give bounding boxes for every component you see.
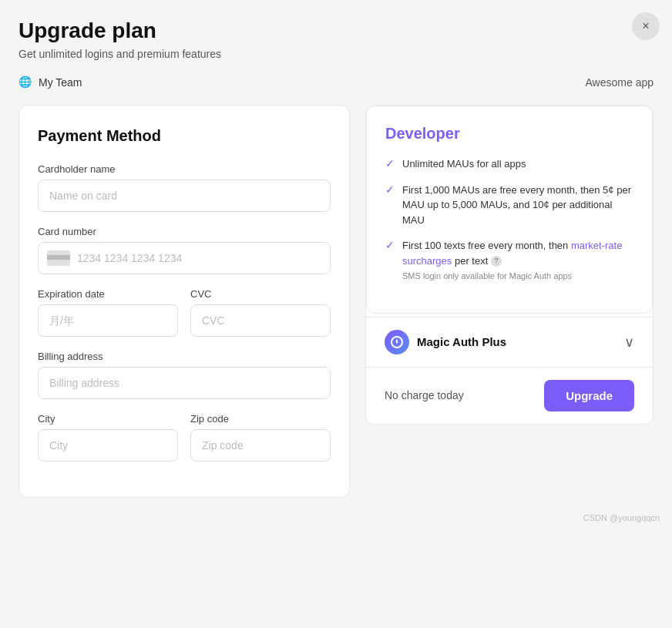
page-title: Upgrade plan (18, 18, 654, 43)
watermark: CSDN @youngqqcn (583, 513, 660, 522)
cvc-input[interactable] (190, 304, 331, 337)
feature-text-3: First 100 texts free every month, then m… (402, 238, 633, 284)
page-container: × Upgrade plan Get unlimited logins and … (0, 0, 672, 529)
payment-panel-title: Payment Method (38, 127, 331, 145)
expiration-label: Expiration date (38, 288, 178, 300)
globe-icon: 🌐 (18, 76, 32, 89)
feature-list: ✓ Unlimited MAUs for all apps ✓ First 1,… (385, 156, 633, 284)
expiration-input[interactable] (38, 304, 178, 337)
no-charge-text: No charge today (385, 389, 464, 401)
close-icon: × (642, 19, 649, 33)
city-input[interactable] (38, 429, 178, 462)
developer-title: Developer (385, 125, 633, 143)
upgrade-button[interactable]: Upgrade (544, 380, 634, 411)
card-number-wrapper (38, 242, 331, 274)
card-brand-icon (47, 250, 70, 266)
team-row: 🌐 My Team Awesome app (18, 76, 654, 89)
developer-panel: Developer ✓ Unlimited MAUs for all apps … (366, 106, 653, 314)
market-rate-link[interactable]: market-rate surcharges (402, 240, 622, 267)
card-number-label: Card number (38, 226, 331, 237)
check-icon-2: ✓ (385, 183, 395, 196)
bottom-action: No charge today Upgrade (366, 367, 653, 424)
feature-item-3: ✓ First 100 texts free every month, then… (385, 238, 633, 284)
card-number-input[interactable] (38, 242, 331, 274)
check-icon-1: ✓ (385, 157, 395, 170)
magic-auth-left: Magic Auth Plus (385, 330, 506, 354)
right-panel: Developer ✓ Unlimited MAUs for all apps … (365, 105, 654, 498)
feature-text-2: First 1,000 MAUs are free every month, t… (402, 183, 633, 228)
feature-item-2: ✓ First 1,000 MAUs are free every month,… (385, 183, 633, 228)
svg-rect-1 (47, 255, 70, 260)
page-subtitle: Get unlimited logins and premium feature… (18, 48, 654, 60)
cvc-label: CVC (190, 288, 331, 300)
billing-input[interactable] (38, 367, 331, 399)
payment-panel: Payment Method Cardholder name Card numb… (18, 105, 350, 498)
billing-group: Billing address (38, 351, 331, 399)
card-number-group: Card number (38, 226, 331, 274)
feature-text-1: Unlimited MAUs for all apps (402, 156, 526, 172)
check-icon-3: ✓ (385, 239, 395, 251)
cardholder-group: Cardholder name (38, 163, 331, 212)
city-group: City (38, 413, 178, 462)
magic-auth-row[interactable]: Magic Auth Plus ∨ (366, 317, 653, 367)
info-icon[interactable]: ? (491, 256, 502, 267)
close-button[interactable]: × (632, 12, 660, 40)
main-content: Payment Method Cardholder name Card numb… (18, 105, 654, 498)
app-name: Awesome app (586, 76, 654, 89)
city-label: City (38, 413, 178, 425)
zip-input[interactable] (190, 429, 331, 462)
magic-auth-logo (385, 330, 409, 354)
zip-label: Zip code (190, 413, 331, 425)
billing-label: Billing address (38, 351, 331, 362)
expiry-cvc-row: Expiration date CVC (38, 288, 331, 351)
team-name: My Team (39, 76, 82, 89)
cardholder-input[interactable] (38, 180, 331, 212)
expiration-group: Expiration date (38, 288, 178, 337)
zip-group: Zip code (190, 413, 331, 462)
magic-auth-label: Magic Auth Plus (417, 335, 506, 348)
city-zip-row: City Zip code (38, 413, 331, 475)
right-card: Developer ✓ Unlimited MAUs for all apps … (365, 105, 654, 425)
team-label: 🌐 My Team (18, 76, 82, 89)
cvc-group: CVC (190, 288, 331, 337)
cardholder-label: Cardholder name (38, 163, 331, 175)
sms-note: SMS login only available for Magic Auth … (402, 271, 572, 280)
chevron-down-icon: ∨ (624, 334, 634, 351)
feature-item-1: ✓ Unlimited MAUs for all apps (385, 156, 633, 172)
